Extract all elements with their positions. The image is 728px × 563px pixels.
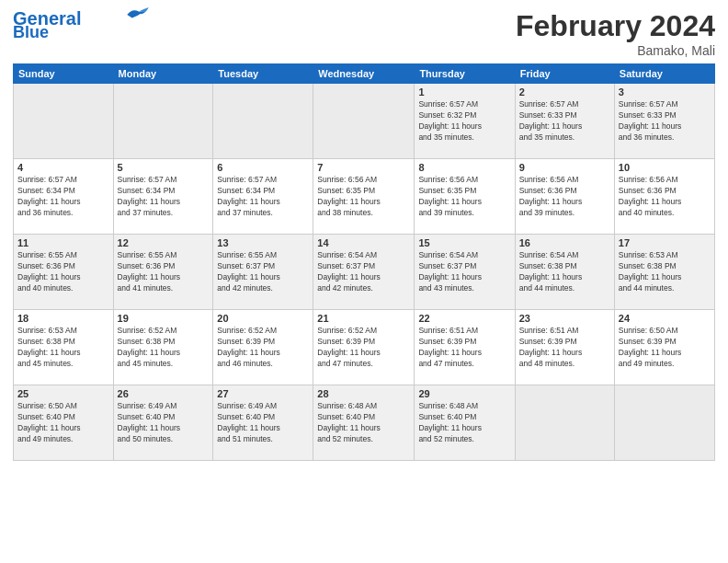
day-number: 13 bbox=[217, 237, 309, 248]
day-number: 22 bbox=[418, 313, 510, 324]
calendar-cell: 5Sunrise: 6:57 AM Sunset: 6:34 PM Daylig… bbox=[113, 159, 213, 235]
day-number: 3 bbox=[619, 86, 711, 98]
logo: General Blue bbox=[13, 9, 151, 40]
day-number: 7 bbox=[317, 162, 410, 173]
calendar-cell: 25Sunrise: 6:50 AM Sunset: 6:40 PM Dayli… bbox=[14, 385, 114, 461]
calendar-cell: 2Sunrise: 6:57 AM Sunset: 6:33 PM Daylig… bbox=[515, 84, 614, 159]
day-number: 29 bbox=[418, 388, 510, 399]
calendar-cell bbox=[113, 84, 213, 159]
calendar-cell bbox=[614, 385, 714, 461]
day-number: 26 bbox=[118, 388, 210, 399]
calendar-cell: 22Sunrise: 6:51 AM Sunset: 6:39 PM Dayli… bbox=[415, 310, 515, 385]
logo-bird-icon bbox=[125, 6, 151, 23]
page-header: General Blue February 2024 Bamako, Mali bbox=[13, 9, 715, 58]
day-info: Sunrise: 6:54 AM Sunset: 6:37 PM Dayligh… bbox=[317, 250, 410, 294]
calendar-cell bbox=[14, 84, 114, 159]
calendar-cell: 21Sunrise: 6:52 AM Sunset: 6:39 PM Dayli… bbox=[313, 310, 415, 385]
day-info: Sunrise: 6:53 AM Sunset: 6:38 PM Dayligh… bbox=[17, 326, 109, 370]
day-info: Sunrise: 6:56 AM Sunset: 6:36 PM Dayligh… bbox=[619, 175, 711, 219]
weekday-header: Monday bbox=[113, 64, 213, 84]
calendar-cell: 11Sunrise: 6:55 AM Sunset: 6:36 PM Dayli… bbox=[14, 235, 114, 310]
day-info: Sunrise: 6:50 AM Sunset: 6:40 PM Dayligh… bbox=[17, 401, 109, 445]
day-number: 2 bbox=[519, 86, 610, 98]
day-info: Sunrise: 6:52 AM Sunset: 6:39 PM Dayligh… bbox=[217, 326, 309, 370]
calendar-cell: 24Sunrise: 6:50 AM Sunset: 6:39 PM Dayli… bbox=[614, 310, 714, 385]
calendar-cell: 18Sunrise: 6:53 AM Sunset: 6:38 PM Dayli… bbox=[14, 310, 114, 385]
day-number: 4 bbox=[17, 162, 109, 173]
day-info: Sunrise: 6:57 AM Sunset: 6:32 PM Dayligh… bbox=[418, 99, 510, 144]
title-block: February 2024 Bamako, Mali bbox=[516, 9, 715, 58]
day-number: 10 bbox=[619, 162, 711, 173]
day-info: Sunrise: 6:56 AM Sunset: 6:35 PM Dayligh… bbox=[317, 175, 410, 219]
day-info: Sunrise: 6:51 AM Sunset: 6:39 PM Dayligh… bbox=[418, 326, 510, 370]
weekday-header: Sunday bbox=[14, 64, 114, 84]
day-number: 8 bbox=[418, 162, 510, 173]
day-number: 18 bbox=[17, 313, 109, 324]
calendar-cell: 9Sunrise: 6:56 AM Sunset: 6:36 PM Daylig… bbox=[515, 159, 614, 235]
day-number: 19 bbox=[118, 313, 210, 324]
day-number: 9 bbox=[519, 162, 610, 173]
day-number: 6 bbox=[217, 162, 309, 173]
calendar-cell: 26Sunrise: 6:49 AM Sunset: 6:40 PM Dayli… bbox=[113, 385, 213, 461]
day-info: Sunrise: 6:54 AM Sunset: 6:38 PM Dayligh… bbox=[519, 250, 610, 294]
day-number: 20 bbox=[217, 313, 309, 324]
calendar-cell bbox=[313, 84, 415, 159]
weekday-header: Saturday bbox=[614, 64, 714, 84]
calendar-week-row: 25Sunrise: 6:50 AM Sunset: 6:40 PM Dayli… bbox=[14, 385, 715, 461]
location: Bamako, Mali bbox=[516, 43, 715, 58]
day-number: 27 bbox=[217, 388, 309, 399]
calendar-cell: 4Sunrise: 6:57 AM Sunset: 6:34 PM Daylig… bbox=[14, 159, 114, 235]
day-info: Sunrise: 6:57 AM Sunset: 6:33 PM Dayligh… bbox=[519, 99, 610, 144]
calendar-cell: 10Sunrise: 6:56 AM Sunset: 6:36 PM Dayli… bbox=[614, 159, 714, 235]
weekday-header: Tuesday bbox=[213, 64, 313, 84]
day-number: 12 bbox=[118, 237, 210, 248]
logo-blue: Blue bbox=[13, 24, 49, 40]
calendar-cell: 23Sunrise: 6:51 AM Sunset: 6:39 PM Dayli… bbox=[515, 310, 614, 385]
day-number: 14 bbox=[317, 237, 410, 248]
weekday-header: Wednesday bbox=[313, 64, 415, 84]
day-info: Sunrise: 6:56 AM Sunset: 6:36 PM Dayligh… bbox=[519, 175, 610, 219]
day-info: Sunrise: 6:53 AM Sunset: 6:38 PM Dayligh… bbox=[619, 250, 711, 294]
day-info: Sunrise: 6:54 AM Sunset: 6:37 PM Dayligh… bbox=[418, 250, 510, 294]
day-info: Sunrise: 6:48 AM Sunset: 6:40 PM Dayligh… bbox=[418, 401, 510, 445]
day-number: 17 bbox=[619, 237, 711, 248]
day-info: Sunrise: 6:50 AM Sunset: 6:39 PM Dayligh… bbox=[619, 326, 711, 370]
calendar-table: SundayMondayTuesdayWednesdayThursdayFrid… bbox=[13, 63, 715, 461]
day-info: Sunrise: 6:55 AM Sunset: 6:36 PM Dayligh… bbox=[118, 250, 210, 294]
day-info: Sunrise: 6:49 AM Sunset: 6:40 PM Dayligh… bbox=[118, 401, 210, 445]
calendar-cell: 16Sunrise: 6:54 AM Sunset: 6:38 PM Dayli… bbox=[515, 235, 614, 310]
calendar-cell: 8Sunrise: 6:56 AM Sunset: 6:35 PM Daylig… bbox=[415, 159, 515, 235]
calendar-cell: 27Sunrise: 6:49 AM Sunset: 6:40 PM Dayli… bbox=[213, 385, 313, 461]
weekday-header-row: SundayMondayTuesdayWednesdayThursdayFrid… bbox=[14, 64, 715, 84]
calendar-cell bbox=[515, 385, 614, 461]
day-info: Sunrise: 6:55 AM Sunset: 6:36 PM Dayligh… bbox=[17, 250, 109, 294]
calendar-cell: 7Sunrise: 6:56 AM Sunset: 6:35 PM Daylig… bbox=[313, 159, 415, 235]
day-number: 15 bbox=[418, 237, 510, 248]
day-info: Sunrise: 6:55 AM Sunset: 6:37 PM Dayligh… bbox=[217, 250, 309, 294]
calendar-cell: 15Sunrise: 6:54 AM Sunset: 6:37 PM Dayli… bbox=[415, 235, 515, 310]
day-info: Sunrise: 6:48 AM Sunset: 6:40 PM Dayligh… bbox=[317, 401, 410, 445]
day-info: Sunrise: 6:57 AM Sunset: 6:33 PM Dayligh… bbox=[619, 99, 711, 144]
calendar-week-row: 11Sunrise: 6:55 AM Sunset: 6:36 PM Dayli… bbox=[14, 235, 715, 310]
calendar-cell bbox=[213, 84, 313, 159]
calendar-cell: 12Sunrise: 6:55 AM Sunset: 6:36 PM Dayli… bbox=[113, 235, 213, 310]
day-number: 23 bbox=[519, 313, 610, 324]
day-number: 1 bbox=[418, 86, 510, 98]
calendar-cell: 20Sunrise: 6:52 AM Sunset: 6:39 PM Dayli… bbox=[213, 310, 313, 385]
day-number: 5 bbox=[118, 162, 210, 173]
calendar-cell: 19Sunrise: 6:52 AM Sunset: 6:38 PM Dayli… bbox=[113, 310, 213, 385]
weekday-header: Friday bbox=[515, 64, 614, 84]
month-title: February 2024 bbox=[516, 9, 715, 43]
calendar-cell: 29Sunrise: 6:48 AM Sunset: 6:40 PM Dayli… bbox=[415, 385, 515, 461]
calendar-cell: 14Sunrise: 6:54 AM Sunset: 6:37 PM Dayli… bbox=[313, 235, 415, 310]
day-number: 16 bbox=[519, 237, 610, 248]
day-number: 24 bbox=[619, 313, 711, 324]
day-number: 25 bbox=[17, 388, 109, 399]
weekday-header: Thursday bbox=[415, 64, 515, 84]
day-info: Sunrise: 6:56 AM Sunset: 6:35 PM Dayligh… bbox=[418, 175, 510, 219]
day-info: Sunrise: 6:57 AM Sunset: 6:34 PM Dayligh… bbox=[17, 175, 109, 219]
calendar-week-row: 18Sunrise: 6:53 AM Sunset: 6:38 PM Dayli… bbox=[14, 310, 715, 385]
day-info: Sunrise: 6:49 AM Sunset: 6:40 PM Dayligh… bbox=[217, 401, 309, 445]
day-info: Sunrise: 6:52 AM Sunset: 6:39 PM Dayligh… bbox=[317, 326, 410, 370]
day-info: Sunrise: 6:57 AM Sunset: 6:34 PM Dayligh… bbox=[118, 175, 210, 219]
